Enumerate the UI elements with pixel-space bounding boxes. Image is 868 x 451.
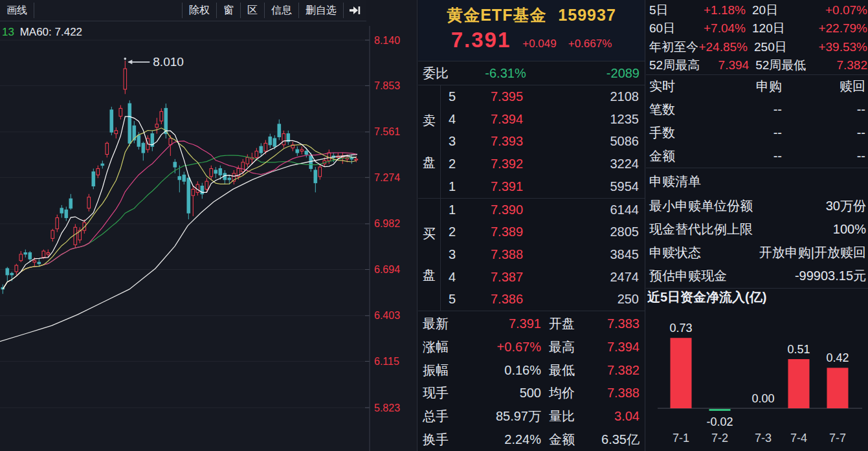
- perf-label: 20日: [746, 2, 787, 19]
- performance-row: 60日+7.04%120日+22.79%: [646, 19, 868, 38]
- fund-flow-title: 近5日资金净流入(亿): [646, 289, 868, 306]
- stat-label: 最高: [541, 338, 581, 356]
- kline-chart[interactable]: 8.1407.8537.5617.2746.9826.6946.4036.115…: [0, 0, 417, 451]
- stats-row: 最新7.391开盘7.383: [418, 313, 645, 336]
- stat-value: 6.35亿: [581, 431, 645, 448]
- price: 7.392: [468, 157, 546, 171]
- stat-label: 现手: [418, 384, 458, 402]
- level: 1: [441, 203, 468, 217]
- stat-value: 2.24%: [458, 432, 541, 447]
- perf-value: 7.382: [806, 58, 868, 72]
- stat-label: 开盘: [541, 315, 581, 333]
- toolbar-spacer: [34, 0, 182, 21]
- last-price: 7.391: [451, 28, 511, 52]
- fund-flow-chart: 0.737-1-0.027-20.007-30.517-40.427-7: [646, 307, 868, 451]
- perf-value: +0.07%: [787, 3, 868, 17]
- price: 7.394: [468, 112, 546, 127]
- toolbar-button-window[interactable]: 窗: [217, 0, 240, 21]
- perf-label: 120日: [746, 20, 787, 37]
- perf-value: +24.85%: [698, 40, 748, 54]
- quote-panel: 黄金ETF基金 159937 7.391 +0.049 +0.667% 委比 -…: [418, 0, 645, 451]
- price: 7.388: [468, 247, 546, 262]
- subscription-row: 申赎状态开放申购|开放赎回: [646, 241, 868, 265]
- stat-value: 7.382: [581, 363, 645, 378]
- level: 3: [441, 247, 468, 262]
- volume: 250: [546, 292, 645, 307]
- subscription-row: 最小申赎单位份额30万份: [646, 194, 868, 217]
- bid-row[interactable]: 27.3892805: [441, 221, 645, 244]
- quote-stats-grid: 最新7.391开盘7.383涨幅+0.67%最高7.394振幅0.16%最低7.…: [418, 313, 645, 451]
- perf-value: +22.79%: [787, 21, 868, 36]
- rt-subscribe-value: --: [711, 126, 782, 140]
- rt-redeem-value: --: [782, 149, 868, 164]
- price: 7.387: [468, 270, 546, 285]
- volume: 2474: [546, 270, 645, 285]
- rt-redeem-value: --: [782, 102, 868, 117]
- stat-label: 量比: [541, 408, 581, 425]
- toolbar-button-draw-line[interactable]: 画线: [0, 0, 34, 21]
- level: 1: [441, 179, 468, 194]
- volume: 3224: [546, 157, 645, 171]
- level: 2: [441, 225, 468, 239]
- rt-label: 金额: [646, 148, 711, 165]
- subs-label: 现金替代比例上限: [646, 221, 753, 238]
- svg-text:6.115: 6.115: [374, 356, 399, 367]
- fund-name: 黄金ETF基金: [447, 6, 546, 24]
- ask-row[interactable]: 57.3952108: [441, 85, 645, 108]
- price-change-pct: +0.667%: [568, 38, 612, 50]
- chart-toolbar: 画线 除权 窗 区 信息 删自选: [0, 0, 366, 21]
- svg-text:-0.02: -0.02: [706, 415, 733, 428]
- weibi-row: 委比 -6.31% -2089: [418, 61, 645, 85]
- stat-value: 7.391: [458, 316, 541, 331]
- app-window: 8.1407.8537.5617.2746.9826.6946.4036.115…: [0, 0, 868, 451]
- ask-book: 卖 盘 57.395210847.394123537.393508627.392…: [418, 85, 645, 199]
- bid-row[interactable]: 17.3906144: [441, 199, 645, 221]
- ask-row[interactable]: 47.3941235: [441, 108, 645, 131]
- svg-text:5.823: 5.823: [374, 402, 400, 413]
- toolbar-button-remove-watchlist[interactable]: 删自选: [299, 0, 343, 21]
- fund-name-and-code: 黄金ETF基金 159937: [418, 0, 645, 26]
- subscription-list: 申赎清单最小申赎单位份额30万份现金替代比例上限100%申赎状态开放申购|开放赎…: [646, 168, 868, 289]
- volume: 2108: [546, 89, 645, 104]
- bid-row[interactable]: 47.3872474: [441, 266, 645, 289]
- subscribe-col: 申购: [711, 78, 782, 95]
- svg-text:7-1: 7-1: [673, 432, 689, 445]
- ask-row[interactable]: 27.3923224: [441, 153, 645, 175]
- svg-text:7.561: 7.561: [374, 126, 400, 137]
- toolbar-button-info[interactable]: 信息: [265, 0, 298, 21]
- stat-value: 85.97万: [458, 408, 541, 425]
- perf-label: 5日: [646, 2, 696, 19]
- subscription-row: 现金替代比例上限100%: [646, 217, 868, 241]
- svg-text:7.853: 7.853: [374, 80, 400, 91]
- ask-row[interactable]: 37.3935086: [441, 131, 645, 153]
- level: 5: [441, 89, 468, 104]
- volume: 1235: [546, 112, 645, 127]
- ask-row[interactable]: 17.3915954: [441, 175, 645, 198]
- svg-text:6.403: 6.403: [374, 310, 400, 321]
- stats-row: 换手2.24%金额6.35亿: [418, 428, 645, 451]
- realtime-table: 实时申购赎回笔数----手数----金额----: [646, 75, 868, 168]
- svg-text:8.140: 8.140: [374, 35, 400, 46]
- subs-label: 最小申赎单位份额: [646, 197, 753, 215]
- rt-redeem-value: --: [782, 126, 868, 140]
- level: 3: [441, 134, 468, 149]
- pan-char: 盘: [423, 154, 436, 171]
- stats-row: 振幅0.16%最低7.382: [418, 358, 645, 382]
- bid-row[interactable]: 57.386250: [441, 288, 645, 311]
- bid-row[interactable]: 37.3883845: [441, 243, 645, 266]
- stat-label: 最低: [541, 362, 581, 379]
- price: 7.389: [468, 225, 546, 239]
- weibi-diff: -2089: [548, 66, 645, 81]
- stat-label: 均价: [541, 384, 581, 402]
- skip-to-latest-icon[interactable]: [344, 0, 366, 21]
- stat-value: 0.16%: [458, 363, 541, 378]
- perf-label: 250日: [748, 39, 789, 56]
- ma-legend-text: MA60: 7.422: [20, 26, 82, 38]
- toolbar-button-region[interactable]: 区: [241, 0, 264, 21]
- svg-text:6.694: 6.694: [374, 264, 400, 275]
- perf-value: +7.04%: [696, 21, 746, 36]
- buy-char: 买: [423, 225, 436, 243]
- ma-legend-prefix: 13: [2, 26, 14, 38]
- toolbar-button-exright[interactable]: 除权: [183, 0, 216, 21]
- performance-row: 52周最高7.39452周最低7.382: [646, 56, 868, 74]
